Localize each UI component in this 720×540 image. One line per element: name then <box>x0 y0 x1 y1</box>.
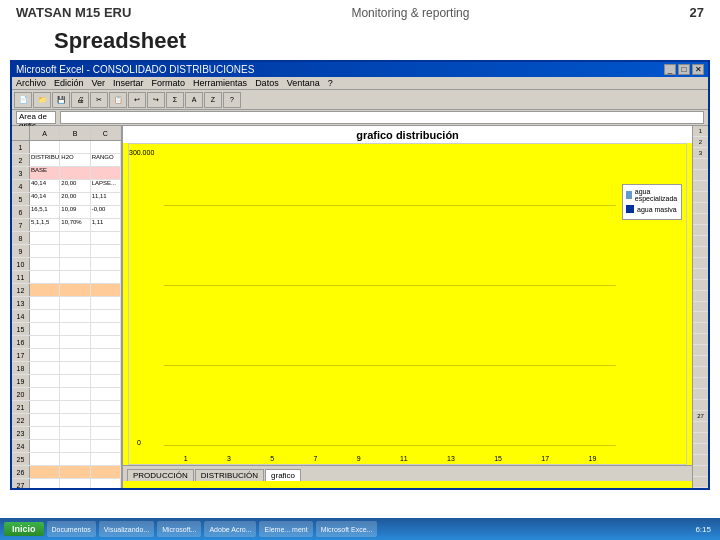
cell[interactable] <box>60 466 90 478</box>
menu-help[interactable]: ? <box>328 78 333 88</box>
menu-datos[interactable]: Datos <box>255 78 279 88</box>
toolbar-btn-3[interactable]: 💾 <box>52 92 70 108</box>
cell[interactable] <box>91 336 121 348</box>
table-row[interactable]: 440,1420,00LAPSE... <box>12 180 121 193</box>
cell[interactable] <box>91 284 121 296</box>
menu-archivo[interactable]: Archivo <box>16 78 46 88</box>
cell[interactable]: BASE <box>30 167 60 179</box>
cell[interactable] <box>60 323 90 335</box>
taskbar-adobe[interactable]: Adobe Acro... <box>204 521 256 537</box>
toolbar-btn-11[interactable]: Z <box>204 92 222 108</box>
cell[interactable] <box>30 271 60 283</box>
cell[interactable] <box>91 414 121 426</box>
cell[interactable] <box>91 141 121 153</box>
cell[interactable] <box>60 336 90 348</box>
table-row[interactable]: 25 <box>12 453 121 466</box>
table-row[interactable]: 15 <box>12 323 121 336</box>
toolbar-btn-7[interactable]: ↩ <box>128 92 146 108</box>
table-row[interactable]: 11 <box>12 271 121 284</box>
maximize-button[interactable]: □ <box>678 64 690 75</box>
table-row[interactable]: 26 <box>12 466 121 479</box>
taskbar-excel[interactable]: Microsoft Exce... <box>316 521 378 537</box>
cell[interactable]: H2O <box>60 154 90 166</box>
menu-edicion[interactable]: Edición <box>54 78 84 88</box>
tab-produccion[interactable]: PRODUCCIÓN <box>127 469 194 481</box>
cell[interactable]: 1,11 <box>91 219 121 231</box>
table-row[interactable]: 18 <box>12 362 121 375</box>
cell[interactable] <box>91 401 121 413</box>
tab-distribucion[interactable]: DISTRIBUCIÓN <box>195 469 264 481</box>
cell[interactable] <box>30 427 60 439</box>
toolbar-btn-8[interactable]: ↪ <box>147 92 165 108</box>
table-row[interactable]: 16 <box>12 336 121 349</box>
toolbar-btn-1[interactable]: 📄 <box>14 92 32 108</box>
menu-ventana[interactable]: Ventana <box>287 78 320 88</box>
cell[interactable]: RANGO <box>91 154 121 166</box>
table-row[interactable]: 13 <box>12 297 121 310</box>
cell[interactable] <box>91 453 121 465</box>
cell[interactable] <box>60 440 90 452</box>
cell[interactable]: 5,1,1,5 <box>30 219 60 231</box>
cell[interactable] <box>60 310 90 322</box>
cell[interactable]: 20,00 <box>60 193 90 205</box>
cell[interactable] <box>91 297 121 309</box>
minimize-button[interactable]: _ <box>664 64 676 75</box>
table-row[interactable]: 17 <box>12 349 121 362</box>
cell[interactable] <box>91 349 121 361</box>
toolbar-btn-4[interactable]: 🖨 <box>71 92 89 108</box>
toolbar-btn-12[interactable]: ? <box>223 92 241 108</box>
table-row[interactable]: 22 <box>12 414 121 427</box>
cell[interactable] <box>60 479 90 488</box>
menu-ver[interactable]: Ver <box>92 78 106 88</box>
cell[interactable]: -0,00 <box>91 206 121 218</box>
start-button[interactable]: Inicio <box>4 522 44 536</box>
formula-input[interactable] <box>60 111 704 124</box>
taskbar-documentos[interactable]: Documentos <box>47 521 96 537</box>
toolbar-btn-9[interactable]: Σ <box>166 92 184 108</box>
taskbar-eleme[interactable]: Eleme... ment <box>259 521 312 537</box>
cell[interactable] <box>30 232 60 244</box>
cell[interactable] <box>60 362 90 374</box>
table-row[interactable]: 3BASE <box>12 167 121 180</box>
cell[interactable] <box>60 258 90 270</box>
cell[interactable] <box>60 349 90 361</box>
table-row[interactable]: 540,1420,0011,11 <box>12 193 121 206</box>
table-row[interactable]: 8 <box>12 232 121 245</box>
cell[interactable] <box>91 323 121 335</box>
cell[interactable] <box>60 271 90 283</box>
taskbar-visualizando[interactable]: Visualizando... <box>99 521 154 537</box>
cell[interactable] <box>91 388 121 400</box>
menu-insertar[interactable]: Insertar <box>113 78 144 88</box>
cell[interactable] <box>91 466 121 478</box>
cell[interactable]: 16,5,1 <box>30 206 60 218</box>
cell[interactable]: 20,00 <box>60 180 90 192</box>
cell[interactable] <box>30 336 60 348</box>
cell[interactable] <box>30 401 60 413</box>
cell[interactable] <box>60 167 90 179</box>
cell[interactable] <box>30 440 60 452</box>
cell[interactable] <box>91 440 121 452</box>
cell[interactable] <box>30 479 60 488</box>
cell[interactable] <box>91 271 121 283</box>
cell[interactable] <box>60 401 90 413</box>
table-row[interactable]: 24 <box>12 440 121 453</box>
toolbar-btn-6[interactable]: 📋 <box>109 92 127 108</box>
cell[interactable] <box>30 284 60 296</box>
table-row[interactable]: 21 <box>12 401 121 414</box>
table-row[interactable]: 1 <box>12 141 121 154</box>
table-row[interactable]: 75,1,1,510,70%1,11 <box>12 219 121 232</box>
table-row[interactable]: 23 <box>12 427 121 440</box>
cell[interactable] <box>91 245 121 257</box>
cell[interactable] <box>30 466 60 478</box>
cell[interactable] <box>60 375 90 387</box>
table-row[interactable]: 20 <box>12 388 121 401</box>
menu-herramientas[interactable]: Herramientas <box>193 78 247 88</box>
table-row[interactable]: 9 <box>12 245 121 258</box>
cell[interactable] <box>91 479 121 488</box>
toolbar-btn-5[interactable]: ✂ <box>90 92 108 108</box>
cell[interactable]: LAPSE... <box>91 180 121 192</box>
taskbar-microsoft[interactable]: Microsoft... <box>157 521 201 537</box>
cell[interactable] <box>60 141 90 153</box>
cell[interactable] <box>60 245 90 257</box>
cell[interactable] <box>30 349 60 361</box>
